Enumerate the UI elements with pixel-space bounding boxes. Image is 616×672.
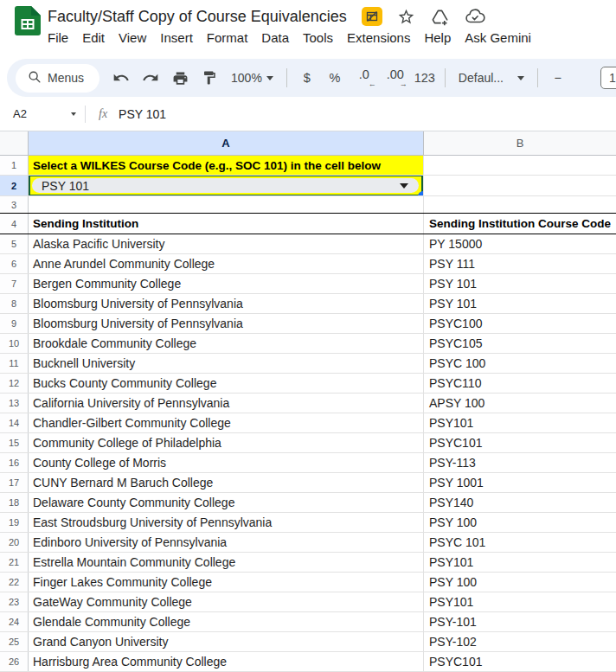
institution-cell[interactable]: Chandler-Gilbert Community College — [29, 413, 424, 432]
course-code-cell[interactable]: PSY140 — [424, 493, 616, 512]
institution-cell[interactable]: Alaska Pacific University — [29, 234, 424, 253]
menu-tools[interactable]: Tools — [296, 29, 340, 46]
institution-cell[interactable]: Estrella Mountain Community College — [29, 553, 424, 572]
font-size-input[interactable]: 1 — [600, 67, 616, 89]
decrease-decimal-button[interactable]: .0 ← — [349, 63, 380, 93]
menu-help[interactable]: Help — [417, 29, 458, 46]
row-header[interactable]: 12 — [0, 374, 29, 393]
menu-file[interactable]: File — [41, 29, 75, 46]
row-header[interactable]: 2 — [0, 176, 29, 195]
add-to-drive-icon[interactable] — [430, 7, 450, 27]
row-header[interactable]: 25 — [0, 632, 29, 651]
institution-cell[interactable]: County College of Morris — [29, 453, 424, 472]
row-header[interactable]: 1 — [0, 156, 29, 175]
name-box[interactable]: A2 — [0, 107, 85, 120]
column-header-a[interactable]: A — [29, 131, 424, 156]
institution-cell[interactable]: Community College of Philadelphia — [29, 433, 424, 452]
course-code-cell[interactable]: PSY-102 — [424, 632, 616, 651]
percent-format-button[interactable]: % — [321, 63, 349, 93]
course-code-cell[interactable]: APSY 100 — [424, 394, 616, 413]
institution-cell[interactable]: Bucknell University — [29, 354, 424, 373]
course-code-cell[interactable]: PSY101 — [424, 592, 616, 611]
column-header-b[interactable]: B — [424, 131, 616, 156]
institution-cell[interactable]: East Stroudsburg University of Pennsylva… — [29, 513, 424, 532]
course-code-cell[interactable]: PSYC105 — [424, 334, 616, 353]
menu-data[interactable]: Data — [254, 29, 296, 46]
increase-decimal-button[interactable]: .00 → — [380, 63, 411, 93]
institution-cell[interactable]: Finger Lakes Community College — [29, 573, 424, 592]
course-code-cell[interactable]: PSY 111 — [424, 254, 616, 273]
course-code-cell[interactable]: PSY 101 — [424, 294, 616, 313]
row-header[interactable]: 19 — [0, 513, 29, 532]
course-code-cell[interactable]: PSY 100 — [424, 573, 616, 592]
course-code-cell[interactable]: PSYC101 — [424, 652, 616, 671]
row-header[interactable]: 13 — [0, 394, 29, 413]
course-code-cell[interactable]: PSYC 101 — [424, 533, 616, 552]
course-code-cell[interactable]: PSY 100 — [424, 513, 616, 532]
institution-cell[interactable]: Bloomsburg University of Pennsylvania — [29, 294, 424, 313]
institution-cell[interactable]: Anne Arundel Community College — [29, 254, 424, 273]
dropdown-cell-a2[interactable]: PSY 101 — [29, 176, 424, 195]
selection-fill-handle[interactable] — [418, 191, 424, 195]
google-sheets-logo-icon[interactable] — [15, 6, 41, 39]
course-code-cell[interactable]: PSY-113 — [424, 453, 616, 472]
course-code-cell[interactable]: PSY101 — [424, 413, 616, 432]
course-code-cell[interactable]: PSYC110 — [424, 374, 616, 393]
select-all-corner[interactable] — [0, 131, 29, 156]
course-code-cell[interactable]: PSYC100 — [424, 314, 616, 333]
menu-insert[interactable]: Insert — [153, 29, 200, 46]
course-code-cell[interactable]: PSY 1001 — [424, 473, 616, 492]
currency-format-button[interactable]: $ — [293, 63, 321, 93]
row-header[interactable]: 21 — [0, 553, 29, 572]
empty-cell[interactable] — [424, 156, 616, 175]
zoom-select[interactable]: 100% — [224, 63, 280, 93]
institution-cell[interactable]: CUNY Bernard M Baruch College — [29, 473, 424, 492]
table-header-code[interactable]: Sending Institution Course Code — [424, 214, 616, 234]
course-code-cell[interactable]: PSY 101 — [424, 274, 616, 293]
row-header[interactable]: 10 — [0, 334, 29, 353]
print-button[interactable] — [165, 63, 195, 93]
star-icon[interactable] — [397, 8, 415, 26]
document-title[interactable]: Faculty/Staff Copy of Course Equivalenci… — [48, 8, 347, 26]
redo-button[interactable] — [136, 63, 165, 93]
institution-cell[interactable]: Brookdale Community College — [29, 334, 424, 353]
empty-cell[interactable] — [29, 196, 424, 213]
row-header[interactable]: 7 — [0, 274, 29, 293]
institution-cell[interactable]: Edinboro University of Pennsylvania — [29, 533, 424, 552]
row-header[interactable]: 26 — [0, 652, 29, 671]
empty-cell[interactable] — [424, 196, 616, 213]
row-header[interactable]: 6 — [0, 254, 29, 273]
row-header[interactable]: 4 — [0, 214, 29, 234]
institution-cell[interactable]: Glendale Community College — [29, 612, 424, 631]
decrease-font-size-button[interactable]: − — [544, 63, 572, 93]
row-header[interactable]: 11 — [0, 354, 29, 373]
row-header[interactable]: 14 — [0, 413, 29, 432]
course-code-cell[interactable]: PSYC101 — [424, 433, 616, 452]
dropdown-arrow-icon[interactable] — [400, 183, 408, 189]
cloud-status-icon[interactable] — [465, 6, 485, 27]
banner-cell[interactable]: Select a WILKES Course Code (e.g., SOC 1… — [29, 156, 424, 175]
course-code-cell[interactable]: PY 15000 — [424, 234, 616, 253]
menu-format[interactable]: Format — [200, 29, 255, 46]
institution-cell[interactable]: Bergen Community College — [29, 274, 424, 293]
formula-input[interactable]: PSY 101 — [119, 107, 166, 121]
row-header[interactable]: 16 — [0, 453, 29, 472]
table-header-institution[interactable]: Sending Institution — [29, 214, 424, 234]
row-header[interactable]: 20 — [0, 533, 29, 552]
institution-cell[interactable]: Bloomsburg University of Pennsylvania — [29, 314, 424, 333]
dropdown-chip[interactable]: PSY 101 — [32, 178, 419, 193]
row-header[interactable]: 22 — [0, 573, 29, 592]
row-header[interactable]: 18 — [0, 493, 29, 512]
row-header[interactable]: 3 — [0, 196, 29, 213]
menu-extensions[interactable]: Extensions — [340, 29, 417, 46]
institution-cell[interactable]: Grand Canyon University — [29, 632, 424, 651]
menu-edit[interactable]: Edit — [75, 29, 112, 46]
institution-cell[interactable]: Harrisburg Area Community College — [29, 652, 424, 671]
course-code-cell[interactable]: PSY101 — [424, 553, 616, 572]
empty-cell[interactable] — [424, 176, 616, 195]
row-header[interactable]: 8 — [0, 294, 29, 313]
font-select[interactable]: Defaul... — [452, 63, 531, 93]
institution-cell[interactable]: California University of Pennsylvania — [29, 394, 424, 413]
row-header[interactable]: 23 — [0, 592, 29, 611]
undo-button[interactable] — [106, 63, 136, 93]
